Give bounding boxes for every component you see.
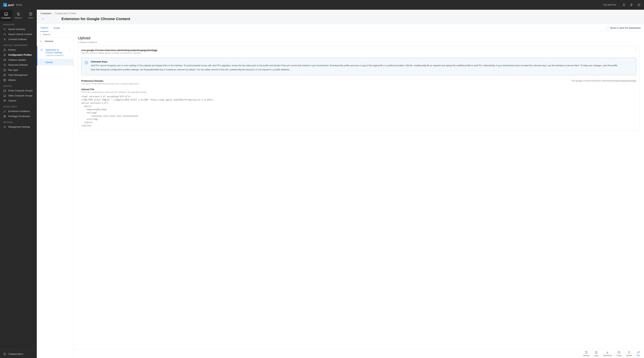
svg-point-22 [41, 50, 42, 50]
brand-logo: jamfPRO [3, 3, 22, 7]
nav-item[interactable]: Restricted Software [0, 63, 37, 68]
svg-point-8 [4, 33, 5, 35]
pref-domain-value: com.google.Chrome.extensions.denhmfenjca… [571, 80, 636, 82]
bolt-icon[interactable] [630, 3, 633, 7]
nav-item[interactable]: Enrollment Invitations [0, 109, 37, 114]
delete-button[interactable]: Delete [626, 351, 632, 356]
pref-domain-desc: The name of the preference domain (com.c… [81, 83, 139, 85]
nav-group-title: GROUPS [0, 83, 37, 88]
nav-item[interactable]: AMac Apps [0, 68, 37, 73]
svg-point-6 [30, 13, 31, 14]
payload-item-app-custom[interactable]: Application & Custom Settings 1 payload … [37, 46, 73, 59]
site-selector[interactable]: Full Jamf Pro ⌵ [603, 4, 618, 6]
pref-domain-label: Preference Domain [81, 80, 139, 82]
nav-group-title: INVENTORY [0, 21, 37, 27]
breadcrumb: Computers : Configuration Profiles [40, 12, 640, 15]
action-bar: History Logs Download Clone Delete Edit [74, 349, 644, 358]
svg-rect-15 [4, 90, 6, 91]
gear-icon [40, 49, 43, 52]
svg-text:A: A [4, 69, 5, 71]
nav-item[interactable]: Static Computer Groups [0, 93, 37, 98]
nav-item[interactable]: Classes [0, 98, 37, 103]
tab-options[interactable]: Options [40, 24, 48, 32]
clone-button[interactable]: Clone [616, 351, 622, 356]
left-sidebar: Computers Devices Users INVENTORYSearch … [0, 10, 37, 358]
back-arrow-icon[interactable]: ← [40, 16, 46, 21]
chevron-up-icon[interactable]: ⌃ [632, 49, 636, 52]
payload-card: com.google.Chrome.extensions.denhmfenjca… [78, 46, 640, 131]
nav-item[interactable]: Policies [0, 47, 37, 53]
svg-rect-26 [618, 352, 620, 353]
nav-group-title: SETTINGS [0, 119, 37, 124]
dashboard-checkbox[interactable] [606, 27, 609, 30]
svg-point-1 [638, 5, 640, 6]
collapse-menu[interactable]: Collapse Menu [0, 350, 37, 358]
top-bar: jamfPRO Full Jamf Pro ⌵ [0, 0, 644, 10]
svg-point-11 [4, 55, 5, 55]
payload-sub-upload[interactable]: Upload [37, 59, 73, 66]
nav-item[interactable]: Smart Computer Groups [0, 88, 37, 93]
upload-file-desc: PLIST file containing key value pairs fo… [81, 91, 636, 93]
section-tab-users[interactable]: Users [24, 10, 37, 21]
svg-point-9 [4, 39, 5, 39]
info-icon [84, 61, 88, 65]
svg-point-18 [4, 127, 5, 127]
gear-icon [40, 40, 42, 43]
main-content: Upload 1 payload configured com.google.C… [74, 32, 644, 358]
svg-point-20 [39, 34, 40, 35]
plist-content: <?xml version="1.0" encoding="UTF-8"?> <… [81, 95, 636, 127]
gear-icon[interactable] [637, 3, 641, 7]
svg-point-19 [4, 353, 6, 355]
history-button[interactable]: History [583, 351, 589, 356]
svg-rect-16 [4, 95, 6, 96]
tab-scope[interactable]: Scope [54, 25, 60, 32]
svg-rect-2 [5, 13, 8, 15]
nav-group-title: CONTENT MANAGEMENT [0, 42, 37, 47]
domain-title: com.google.Chrome.extensions.denhmfenjca… [81, 49, 157, 52]
upload-file-label: Upload File [81, 88, 636, 91]
nav-item[interactable]: Management Settings [0, 124, 37, 129]
nav-group-title: ENROLLMENT [0, 103, 37, 109]
page-title: Extension for Google Chrome Content [62, 17, 130, 21]
nav-item[interactable]: PreStage Enrollments [0, 114, 37, 119]
user-icon[interactable] [622, 3, 626, 7]
svg-point-7 [4, 28, 5, 30]
edit-button[interactable]: Edit [637, 351, 640, 356]
logs-button[interactable]: Logs [594, 351, 598, 356]
breadcrumb-current: Configuration Profiles [55, 12, 76, 15]
nav-item[interactable]: Search Inventory [0, 27, 37, 32]
nav-item[interactable]: Configuration Profiles [0, 53, 37, 58]
payload-item-general[interactable]: General [37, 37, 73, 46]
nav-item[interactable]: Software Updates [0, 58, 37, 63]
svg-rect-14 [4, 74, 6, 76]
nav-item[interactable]: Patch Management [0, 73, 37, 78]
svg-point-0 [623, 4, 625, 5]
nav-item[interactable]: Search Volume Content [0, 32, 37, 37]
section-subtext: 1 payload configured [78, 41, 640, 43]
svg-point-25 [86, 62, 86, 62]
nav-item[interactable]: eBooks [0, 78, 37, 83]
logo-icon [3, 3, 7, 7]
chevron-up-icon: ⌃ [68, 49, 70, 51]
section-heading: Upload [78, 36, 640, 40]
breadcrumb-root[interactable]: Computers [40, 12, 51, 15]
svg-point-21 [41, 41, 42, 42]
section-tab-computers[interactable]: Computers [0, 10, 12, 21]
download-button[interactable]: Download [603, 351, 612, 356]
nav-item[interactable]: Licensed Software [0, 37, 37, 42]
payload-search-input[interactable] [43, 33, 71, 36]
payload-list: General Application & Custom Settings 1 … [37, 32, 74, 358]
section-tab-devices[interactable]: Devices [12, 10, 24, 21]
dashboard-checkbox-label: Show in Jamf Pro Dashboard [610, 27, 640, 29]
unknown-keys-alert: Unknown Keys Jamf Pro cannot recognize o… [81, 58, 636, 75]
domain-subtitle: Use this section to define generic setti… [81, 52, 157, 54]
